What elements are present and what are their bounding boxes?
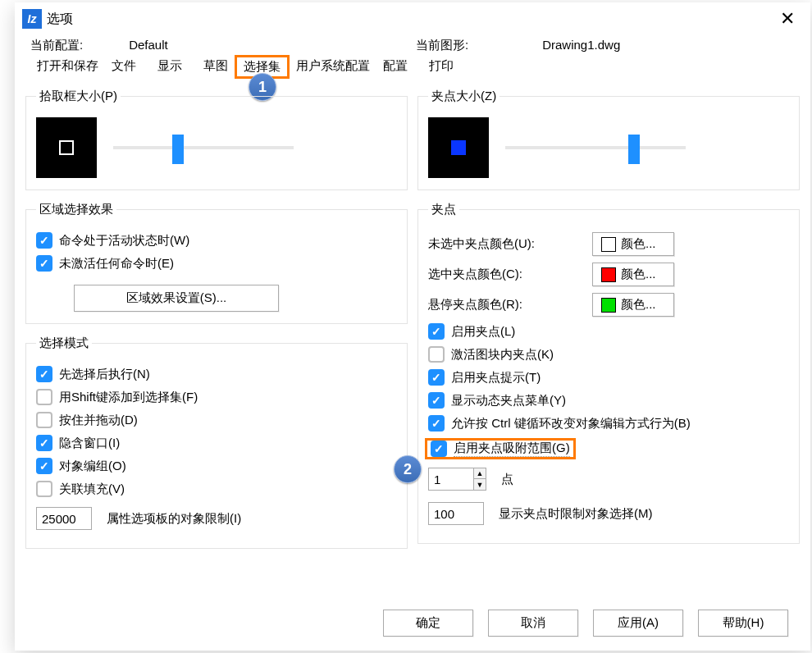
tab-print[interactable]: 打印 <box>422 55 460 79</box>
app-icon: Iz <box>22 9 42 29</box>
current-profile-label: 当前配置: <box>30 38 83 53</box>
right-column: 夹点大小(Z) 夹点 未选中夹点颜色(U): 颜色... <box>413 89 805 560</box>
pickbox-preview <box>36 117 97 178</box>
spin-up-icon[interactable]: ▲ <box>474 468 486 479</box>
color-swatch-red <box>601 267 616 282</box>
callout-2: 2 <box>394 455 422 483</box>
spin-down-icon[interactable]: ▼ <box>474 479 486 490</box>
label-noun-verb: 先选择后执行(N) <box>59 367 150 382</box>
tab-config[interactable]: 配置 <box>376 55 414 79</box>
grips-group: 夹点 未选中夹点颜色(U): 颜色... 选中夹点颜色(C): 颜色... <box>417 202 800 544</box>
gripsize-preview <box>428 117 489 178</box>
label-grip-snap: 启用夹点吸附范围(G) <box>454 441 570 457</box>
snap-spinner[interactable]: ▲ ▼ <box>428 468 486 491</box>
titlebar: Iz 选项 ✕ <box>16 3 810 34</box>
label-ctrl-cycle: 允许按 Ctrl 键循环改变对象编辑方式行为(B) <box>451 416 691 432</box>
left-column: 拾取框大小(P) 区域选择效果 命令处于活动状态时(W) 未激活任何命令时(E) <box>21 89 413 560</box>
region-group: 区域选择效果 命令处于活动状态时(W) 未激活任何命令时(E) 区域效果设置(S… <box>25 202 408 324</box>
check-grip-tips[interactable] <box>428 369 445 386</box>
check-dyn-menu[interactable] <box>428 392 445 409</box>
label-implied-window: 隐含窗口(I) <box>59 436 120 451</box>
window-title: 选项 <box>47 11 73 28</box>
sel-color-button[interactable]: 颜色... <box>592 263 674 286</box>
sel-color-label: 选中夹点颜色(C): <box>428 267 592 282</box>
check-noun-verb[interactable] <box>36 366 52 382</box>
ok-button[interactable]: 确定 <box>383 610 473 637</box>
mode-legend: 选择模式 <box>36 336 92 351</box>
tab-open-save[interactable]: 打开和保存 <box>30 55 105 79</box>
snap-unit: 点 <box>501 472 513 487</box>
tab-display[interactable]: 显示 <box>151 55 189 79</box>
check-assoc-hatch[interactable] <box>36 481 52 497</box>
region-settings-button[interactable]: 区域效果设置(S)... <box>74 285 279 312</box>
region-legend: 区域选择效果 <box>36 202 116 217</box>
current-drawing-value: Drawing1.dwg <box>542 38 620 53</box>
label-enable-grips: 启用夹点(L) <box>451 324 515 340</box>
options-dialog: Iz 选项 ✕ 当前配置: Default 当前图形: Drawing1.dwg… <box>15 2 810 651</box>
gripsize-group: 夹点大小(Z) <box>417 89 800 190</box>
label-dyn-menu: 显示动态夹点菜单(Y) <box>451 393 566 409</box>
grip-limit-input[interactable] <box>428 502 484 525</box>
grip-limit-label: 显示夹点时限制对象选择(M) <box>499 506 653 522</box>
pickbox-legend: 拾取框大小(P) <box>36 89 121 104</box>
hover-color-button[interactable]: 颜色... <box>592 293 674 317</box>
tab-sketch[interactable]: 草图 <box>197 55 235 79</box>
label-block-grips: 激活图块内夹点(K) <box>451 347 554 363</box>
mode-group: 选择模式 先选择后执行(N) 用Shift键添加到选择集(F) 按住并拖动(D)… <box>25 336 408 549</box>
color-swatch-green <box>601 298 616 313</box>
pickbox-slider[interactable] <box>113 146 294 149</box>
label-object-group: 对象编组(O) <box>59 459 126 474</box>
label-cmd-inactive: 未激活任何命令时(E) <box>59 256 174 272</box>
check-block-grips[interactable] <box>428 346 445 363</box>
cancel-button[interactable]: 取消 <box>488 610 578 637</box>
check-press-drag[interactable] <box>36 412 52 428</box>
help-button[interactable]: 帮助(H) <box>698 610 788 637</box>
check-ctrl-cycle[interactable] <box>428 415 445 432</box>
current-profile-value: Default <box>129 38 168 53</box>
unsel-color-button[interactable]: 颜色... <box>592 232 674 256</box>
check-enable-grips[interactable] <box>428 323 445 340</box>
current-drawing-label: 当前图形: <box>416 38 468 53</box>
check-grip-snap[interactable] <box>431 441 447 457</box>
label-shift-add: 用Shift键添加到选择集(F) <box>59 390 198 405</box>
gripsize-slider[interactable] <box>505 146 686 149</box>
profile-row: 当前配置: Default 当前图形: Drawing1.dwg <box>16 34 810 55</box>
tab-file[interactable]: 文件 <box>105 55 143 79</box>
color-swatch-blue <box>601 237 616 252</box>
check-cmd-inactive[interactable] <box>36 255 52 272</box>
grip-snap-highlight: 启用夹点吸附范围(G) <box>425 438 576 459</box>
check-cmd-active[interactable] <box>36 232 52 249</box>
label-cmd-active: 命令处于活动状态时(W) <box>59 233 189 249</box>
check-implied-window[interactable] <box>36 435 52 451</box>
label-assoc-hatch: 关联填充(V) <box>59 482 125 497</box>
gripsize-legend: 夹点大小(Z) <box>428 89 500 104</box>
label-press-drag: 按住并拖动(D) <box>59 413 138 428</box>
hover-color-label: 悬停夹点颜色(R): <box>428 297 592 313</box>
label-grip-tips: 启用夹点提示(T) <box>451 370 541 386</box>
limit-input[interactable] <box>36 507 92 530</box>
close-icon[interactable]: ✕ <box>772 8 803 30</box>
footer-buttons: 确定 取消 应用(A) 帮助(H) <box>383 610 788 637</box>
pickbox-group: 拾取框大小(P) <box>25 89 408 190</box>
tabs: 打开和保存 文件 显示 草图 选择集 用户系统配置 配置 打印 1 <box>16 55 810 79</box>
grips-legend: 夹点 <box>428 202 459 217</box>
limit-label: 属性选项板的对象限制(I) <box>107 511 241 527</box>
apply-button[interactable]: 应用(A) <box>593 610 683 637</box>
snap-value-input[interactable] <box>428 468 474 491</box>
check-shift-add[interactable] <box>36 389 52 405</box>
check-object-group[interactable] <box>36 458 52 474</box>
unsel-color-label: 未选中夹点颜色(U): <box>428 236 592 252</box>
tab-user-system[interactable]: 用户系统配置 <box>290 55 376 79</box>
